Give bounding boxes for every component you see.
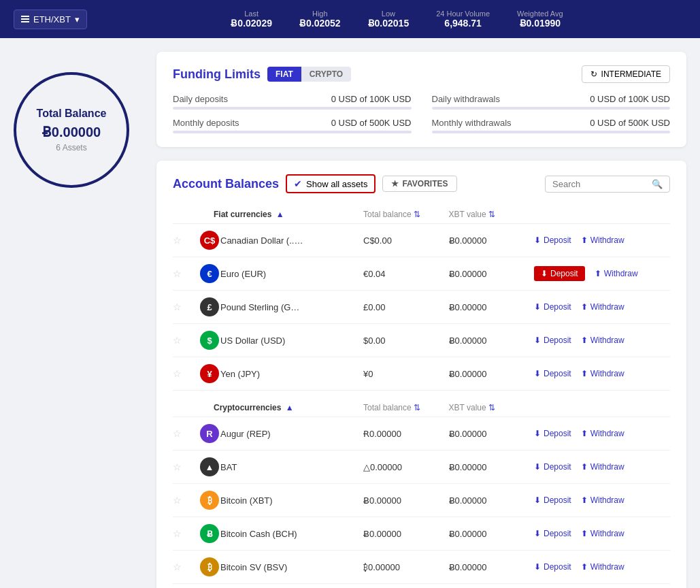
withdraw-button[interactable]: ⬆ Withdraw <box>581 462 624 472</box>
show-all-label: Show all assets <box>306 179 367 189</box>
withdraw-button[interactable]: ⬆ Withdraw <box>581 529 624 538</box>
refresh-icon: ↻ <box>590 69 597 79</box>
deposit-button[interactable]: ⬇ Deposit <box>534 302 571 312</box>
stat-value-2: Ƀ0.02015 <box>368 18 410 29</box>
icon-cell: ₿ <box>200 557 214 576</box>
withdraw-button[interactable]: ⬆ Withdraw <box>581 562 624 572</box>
deposit-button[interactable]: ⬇ Deposit <box>534 562 571 572</box>
favorite-star[interactable]: ☆ <box>173 561 182 572</box>
pair-label: ETH/XBT <box>33 14 71 24</box>
deposit-button[interactable]: ⬇ Deposit <box>534 336 571 345</box>
asset-row: ☆ € Euro (EUR) €0.04 Ƀ0.00000 ⬇ Deposit … <box>173 257 670 291</box>
tab-crypto[interactable]: CRYPTO <box>301 67 351 82</box>
funding-value-1: 0 USD of 100K USD <box>590 94 670 104</box>
withdraw-button[interactable]: ⬆ Withdraw <box>581 369 624 378</box>
xbt-val: Ƀ0.00000 <box>449 369 535 379</box>
funding-label-0: Daily deposits <box>173 94 228 104</box>
deposit-button[interactable]: ⬇ Deposit <box>534 429 571 438</box>
stat-label-1: High <box>299 10 341 18</box>
deposit-icon: ⬇ <box>534 562 541 572</box>
star-cell: ☆ <box>173 461 200 472</box>
withdraw-button[interactable]: ⬆ Withdraw <box>581 302 624 312</box>
withdraw-icon: ⬆ <box>595 269 601 278</box>
favorite-star[interactable]: ☆ <box>173 528 182 539</box>
funding-label-1: Daily withdrawals <box>432 94 500 104</box>
asset-row: ☆ ▲ BAT △0.00000 Ƀ0.00000 ⬇ Deposit ⬆ Wi… <box>173 451 670 484</box>
withdraw-icon: ⬆ <box>581 495 588 505</box>
favorite-star[interactable]: ☆ <box>173 301 182 312</box>
actions: ⬇ Deposit ⬆ Withdraw <box>534 336 670 345</box>
deposit-button[interactable]: ⬇ Deposit <box>534 495 571 505</box>
balances-title: Account Balances <box>173 177 279 191</box>
funding-value-2: 0 USD of 500K USD <box>331 118 412 128</box>
favorite-star[interactable]: ☆ <box>173 428 182 439</box>
balance-val: C$0.00 <box>363 235 449 246</box>
favorite-star[interactable]: ☆ <box>173 495 182 506</box>
withdraw-button[interactable]: ⬆ Withdraw <box>581 495 624 505</box>
withdraw-button[interactable]: ⬆ Withdraw <box>595 269 638 278</box>
show-all-button[interactable]: ✔ Show all assets <box>286 174 376 193</box>
funding-limits-card: Funding Limits FIAT CRYPTO ↻ INTERMEDIAT… <box>156 52 686 147</box>
deposit-button[interactable]: ⬇ Deposit <box>534 235 571 245</box>
actions: ⬇ Deposit ⬆ Withdraw <box>534 562 670 572</box>
xbt-val: Ƀ0.00000 <box>449 302 535 312</box>
deposit-icon: ⬇ <box>534 495 541 505</box>
withdraw-button[interactable]: ⬆ Withdraw <box>581 336 624 345</box>
favorite-star[interactable]: ☆ <box>173 335 182 346</box>
intermediate-label: INTERMEDIATE <box>601 69 661 79</box>
balance-val: △0.00000 <box>363 462 449 472</box>
favorite-star[interactable]: ☆ <box>173 268 182 279</box>
funding-row-0: Daily deposits 0 USD of 100K USD <box>173 94 412 110</box>
currency-name: Bitcoin SV (BSV) <box>214 562 363 572</box>
xbt-val: Ƀ0.00000 <box>449 495 535 506</box>
intermediate-button[interactable]: ↻ INTERMEDIATE <box>582 65 670 83</box>
balance-val: ₿0.00000 <box>363 562 449 572</box>
deposit-button[interactable]: ⬇ Deposit <box>534 266 585 281</box>
star-cell: ☆ <box>173 495 200 506</box>
withdraw-button[interactable]: ⬆ Withdraw <box>581 235 624 245</box>
favorite-star[interactable]: ☆ <box>173 235 182 246</box>
stat-item-3: 24 Hour Volume6,948.71 <box>436 10 490 29</box>
deposit-button[interactable]: ⬇ Deposit <box>534 369 571 378</box>
actions: ⬇ Deposit ⬆ Withdraw <box>534 235 670 245</box>
favorite-star[interactable]: ☆ <box>173 368 182 379</box>
balance-val: $0.00 <box>363 336 449 346</box>
actions: ⬇ Deposit ⬆ Withdraw <box>534 429 670 438</box>
balance-assets: 6 Assets <box>56 143 86 152</box>
account-balances-card: Account Balances ✔ Show all assets ★ FAV… <box>156 161 686 588</box>
crypto-col-balance: Total balance ⇅ <box>363 403 449 412</box>
icon-cell: € <box>200 264 214 283</box>
deposit-button[interactable]: ⬇ Deposit <box>534 462 571 472</box>
withdraw-button[interactable]: ⬆ Withdraw <box>581 429 624 438</box>
stat-item-2: LowɃ0.02015 <box>368 10 410 29</box>
balance-val: €0.04 <box>363 269 449 279</box>
withdraw-icon: ⬆ <box>581 302 588 312</box>
asset-row: ☆ R Augur (REP) Ɍ0.00000 Ƀ0.00000 ⬇ Depo… <box>173 417 670 451</box>
currency-name: BAT <box>214 462 363 472</box>
balance-title: Total Balance <box>37 108 107 120</box>
xbt-val: Ƀ0.00000 <box>449 529 535 539</box>
favorite-star[interactable]: ☆ <box>173 461 182 472</box>
currency-name: Yen (JPY) <box>214 369 363 379</box>
withdraw-icon: ⬆ <box>581 462 588 472</box>
favorites-button[interactable]: ★ FAVORITES <box>382 176 456 192</box>
deposit-button[interactable]: ⬇ Deposit <box>534 529 571 538</box>
actions: ⬇ Deposit ⬆ Withdraw <box>534 266 670 281</box>
currency-name: Canadian Dollar (..… <box>214 235 363 246</box>
fiat-col-xbt: XBT value ⇅ <box>449 210 535 219</box>
balance-val: £0.00 <box>363 302 449 312</box>
deposit-icon: ⬇ <box>534 429 541 438</box>
star-cell: ☆ <box>173 235 200 246</box>
withdraw-icon: ⬆ <box>581 336 588 345</box>
tab-fiat[interactable]: FIAT <box>267 67 301 82</box>
xbt-val: Ƀ0.00000 <box>449 235 535 246</box>
currency-name: Pound Sterling (G… <box>214 302 363 312</box>
fiat-section-header: Fiat currencies ▲ Total balance ⇅ XBT va… <box>173 204 670 224</box>
actions: ⬇ Deposit ⬆ Withdraw <box>534 495 670 505</box>
deposit-icon: ⬇ <box>534 462 541 472</box>
asset-row: ☆ ¥ Yen (JPY) ¥0 Ƀ0.00000 ⬇ Deposit ⬆ Wi… <box>173 357 670 391</box>
star-icon: ★ <box>391 179 399 189</box>
pair-selector[interactable]: ETH/XBT ▾ <box>14 10 87 29</box>
currency-name: Augur (REP) <box>214 429 363 439</box>
search-input[interactable] <box>552 179 648 189</box>
